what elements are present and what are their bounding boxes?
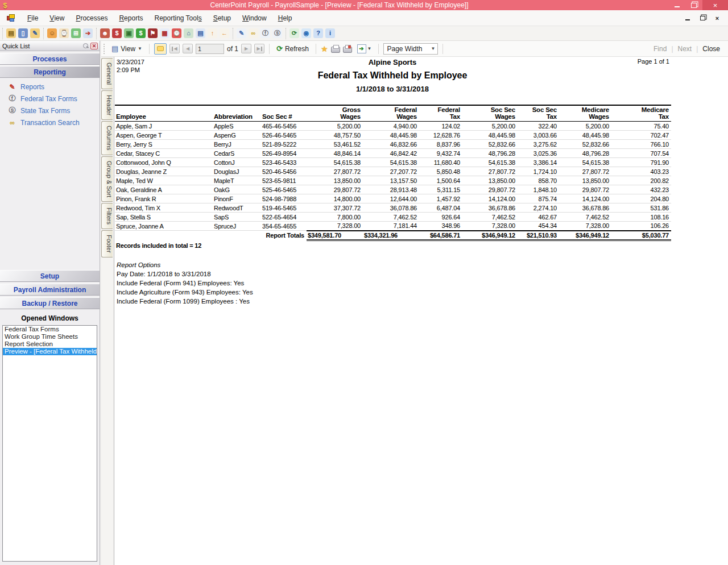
minimize-button[interactable] — [668, 0, 685, 10]
opened-window-item[interactable]: Preview - [Federal Tax Withheld b — [3, 348, 97, 355]
menu-item[interactable]: Help — [272, 10, 298, 26]
info-icon[interactable]: i — [325, 28, 335, 38]
find-next-button[interactable]: Next — [678, 45, 692, 53]
calendar-icon[interactable]: ▦ — [160, 28, 169, 38]
last-page-button[interactable]: ▶ — [254, 44, 264, 53]
employee-maintenance-icon[interactable]: ☻ — [100, 28, 110, 38]
exit-icon[interactable]: ▯ — [18, 28, 28, 38]
quick-list-item-label: Transaction Search — [20, 119, 80, 127]
globe-icon[interactable]: ◉ — [301, 28, 311, 38]
sidebar-section-header[interactable]: Processes — [0, 53, 100, 65]
opened-window-item[interactable]: Federal Tax Forms — [3, 326, 97, 333]
report-settings-tab[interactable]: Filters — [101, 203, 113, 229]
reminders-icon[interactable]: ⌚ — [172, 28, 181, 38]
process-payroll-icon[interactable]: ▣ — [124, 28, 134, 38]
print-icon[interactable] — [331, 47, 340, 53]
report-table-header: EmployeeAbbreviationSoc Sec #GrossWagesF… — [115, 105, 671, 122]
page-number-input[interactable] — [196, 44, 224, 54]
home-icon[interactable]: ⌂ — [184, 28, 193, 38]
arrow-up-icon[interactable]: ↑ — [208, 28, 217, 38]
mdi-system-icon[interactable] — [7, 14, 16, 22]
menu-item[interactable]: Reporting Tools — [148, 10, 207, 26]
menu-item[interactable]: Window — [237, 10, 272, 26]
sidebar-section-header[interactable]: Setup — [0, 270, 100, 282]
report-option-line: Include Federal (Form 941) Employees: Ye… — [117, 279, 253, 288]
report-settings-tab[interactable]: Group & Sort — [101, 156, 113, 202]
refresh-button[interactable]: ⟳ Refresh — [274, 43, 311, 54]
state-coins-icon[interactable]: ⓢ — [272, 28, 282, 38]
quick-list-close-button[interactable]: ✕ — [90, 43, 98, 49]
favorite-star-icon[interactable]: ★ — [321, 44, 328, 53]
close-preview-button[interactable]: Close — [702, 45, 720, 53]
item-list-icon[interactable]: ▤ — [196, 28, 205, 38]
table-row: Oak, Geraldine AOakG525-46-546529,807.72… — [115, 185, 671, 194]
pin-icon[interactable] — [82, 43, 89, 49]
menu-item[interactable]: Processes — [70, 10, 113, 26]
web-sync-icon[interactable]: ⟳ — [289, 28, 299, 38]
report-settings-tab[interactable]: General — [101, 58, 113, 89]
export-dropdown[interactable]: ➔ ▼ — [355, 43, 374, 55]
sidebar-section-header[interactable]: Backup / Restore — [0, 297, 100, 309]
quick-list-header: Quick List ✕ — [0, 41, 100, 51]
open-icon[interactable]: ▤ — [6, 28, 16, 38]
report-title: Federal Tax Withheld by Employee — [114, 70, 671, 81]
sidebar-section-header[interactable]: Payroll Administration — [0, 284, 100, 296]
mdi-minimize-button[interactable] — [682, 14, 693, 22]
previous-page-button[interactable]: ◀ — [183, 44, 193, 53]
quick-list-item[interactable]: ⓢ State Tax Forms — [8, 105, 98, 117]
sidebar-section-header[interactable]: Reporting — [0, 66, 100, 78]
find-button[interactable]: Find — [653, 45, 667, 53]
mdi-restore-button[interactable] — [697, 14, 708, 22]
menu-item[interactable]: File — [22, 10, 44, 26]
opened-windows-list: Federal Tax Forms Work Group Time Sheets… — [2, 325, 97, 562]
folder-edit-icon[interactable]: ✎ — [30, 28, 40, 38]
column-header: MedicareWages — [559, 105, 611, 122]
report-settings-tab[interactable]: Footer — [101, 230, 113, 257]
annotation-button[interactable] — [154, 43, 167, 55]
report-company-name: Alpine Sports — [114, 58, 671, 67]
time-clock-icon[interactable]: ⌚ — [59, 28, 69, 38]
menu-item[interactable]: Setup — [208, 10, 237, 26]
next-page-button[interactable]: ▶ — [241, 44, 251, 53]
pay-employees-icon[interactable]: $ — [112, 28, 122, 38]
mdi-window-controls: × — [682, 14, 722, 22]
export-icon: ➔ — [357, 44, 366, 53]
first-page-button[interactable]: ◀ — [169, 44, 180, 53]
close-button[interactable]: × — [702, 0, 728, 10]
quick-list-item-label: State Tax Forms — [20, 107, 70, 115]
timesheets-icon[interactable]: ⊞ — [71, 28, 81, 38]
arrow-back-icon[interactable]: ← — [220, 28, 229, 38]
quick-list-item[interactable]: ✎ Reports — [8, 81, 98, 93]
opened-window-item[interactable]: Work Group Time Sheets — [3, 333, 97, 340]
table-row: Pinon, Frank RPinonF524-98-798814,800.00… — [115, 194, 671, 203]
help-icon[interactable]: ? — [313, 28, 323, 38]
quick-list-item[interactable]: ∞ Transaction Search — [8, 117, 98, 128]
table-row: Cottonwood, John QCottonJ523-46-543354,6… — [115, 158, 671, 167]
zoom-select[interactable]: Page Width ▼ — [383, 43, 438, 55]
column-header: Soc SecTax — [518, 105, 559, 122]
report-settings-tab[interactable]: Header — [101, 90, 113, 120]
quick-list-item[interactable]: ⓕ Federal Tax Forms — [8, 93, 98, 105]
report-totals-row: Report Totals $349,581.70 $334,321.96 $6… — [115, 231, 671, 240]
menu-item[interactable]: Reports — [113, 10, 148, 26]
menu-item[interactable]: View — [44, 10, 70, 26]
report-settings-tab[interactable]: Columns — [101, 121, 113, 155]
binoculars-icon[interactable]: ∞ — [249, 28, 258, 38]
employees-icon[interactable]: ☺ — [47, 28, 57, 38]
report-designer-icon[interactable]: ✎ — [237, 28, 246, 38]
column-header: MedicareTax — [611, 105, 671, 122]
restore-button[interactable] — [685, 0, 702, 10]
quick-list-item-label: Reports — [20, 83, 44, 91]
view-dropdown[interactable]: ▤ View ▼ — [109, 43, 144, 54]
federal-coins-icon[interactable]: ⓕ — [260, 28, 270, 38]
web-employee-icon[interactable]: ➔ — [83, 28, 93, 38]
journal-icon[interactable]: ⚑ — [148, 28, 158, 38]
column-header: Employee — [115, 105, 213, 122]
mdi-close-button[interactable]: × — [712, 14, 722, 22]
report-table-body: Apple, Sam JAppleS465-46-54565,200.004,9… — [115, 122, 671, 231]
payments-icon[interactable]: $ — [136, 28, 146, 38]
opened-window-item[interactable]: Report Selection — [3, 340, 97, 348]
report-page: 3/23/2017 2:09 PM Alpine Sports Federal … — [114, 57, 728, 565]
print-setup-icon[interactable] — [343, 47, 352, 53]
report-options: Report Options Pay Date: 1/1/2018 to 3/3… — [117, 260, 253, 306]
